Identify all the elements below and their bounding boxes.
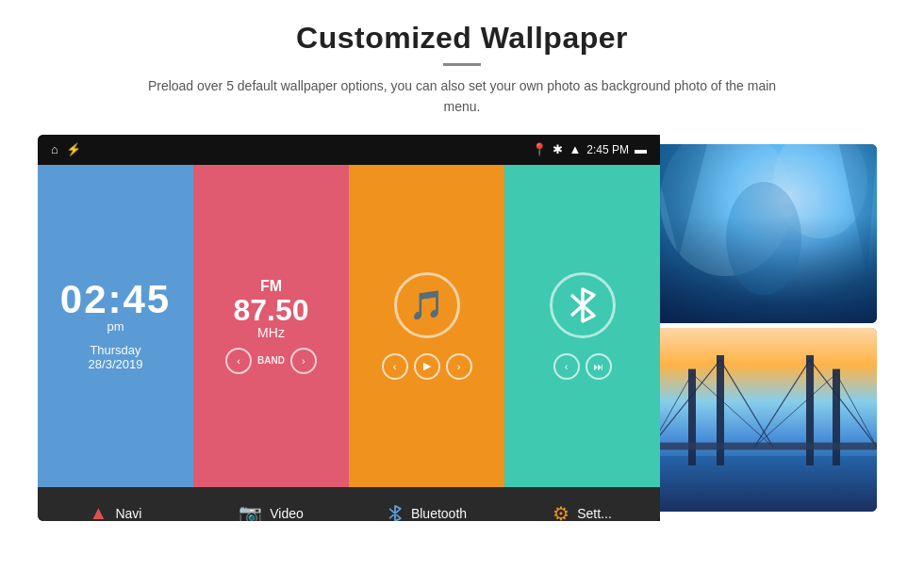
bluetooth-status-icon: ✱ (553, 142, 563, 156)
svg-line-16 (754, 374, 836, 448)
svg-line-14 (754, 360, 810, 448)
page-title: Customized Wallpaper (296, 21, 628, 56)
fm-prev-button[interactable]: ‹ (225, 348, 252, 374)
bridge-svg (651, 355, 877, 465)
nav-settings[interactable]: ⚙ Sett... (504, 487, 660, 521)
bluetooth-tile-icon (566, 284, 600, 327)
svg-line-15 (836, 374, 877, 448)
nav-video[interactable]: 📷 Video (193, 487, 349, 521)
bottom-nav: ▲ Navi 📷 Video Bluetooth ⚙ Sett... (38, 487, 660, 521)
wifi-icon: ▲ (569, 142, 581, 156)
music-icon-wrap: 🎵 (394, 272, 460, 338)
nav-navi[interactable]: ▲ Navi (38, 487, 193, 521)
music-prev-button[interactable]: ‹ (382, 353, 408, 380)
ice-cave-svg (651, 144, 877, 323)
video-icon: 📷 (239, 502, 262, 521)
status-left-icons: ⌂ ⚡ (51, 142, 81, 156)
svg-rect-17 (651, 443, 877, 450)
title-divider (443, 63, 481, 66)
bt-controls: ‹ ⏭ (553, 353, 612, 380)
status-bar: ⌂ ⚡ 📍 ✱ ▲ 2:45 PM ▬ (38, 135, 660, 165)
nav-bluetooth-icon (387, 503, 404, 521)
svg-point-2 (726, 182, 801, 295)
device-screen: ⌂ ⚡ 📍 ✱ ▲ 2:45 PM ▬ 02:45 pm Thursday 28… (38, 135, 660, 521)
nav-bluetooth[interactable]: Bluetooth (349, 487, 504, 521)
app-grid: 02:45 pm Thursday 28/3/2019 FM 87.50 MHz… (38, 165, 660, 487)
location-icon: 📍 (532, 142, 547, 156)
wallpaper-photo-bottom (651, 328, 877, 512)
clock-day: Thursday (90, 343, 140, 357)
nav-video-label: Video (270, 506, 304, 521)
battery-icon: ▬ (635, 142, 647, 156)
usb-icon: ⚡ (66, 142, 81, 156)
svg-line-13 (810, 360, 877, 448)
fm-tile[interactable]: FM 87.50 MHz ‹ BAND › (193, 165, 349, 487)
nav-navi-label: Navi (115, 506, 141, 521)
svg-rect-6 (688, 369, 696, 465)
music-tile[interactable]: 🎵 ‹ ▶ › (349, 165, 504, 487)
bt-icon-wrap (550, 272, 616, 338)
nav-settings-label: Sett... (577, 506, 612, 521)
settings-icon: ⚙ (553, 502, 569, 521)
music-controls: ‹ ▶ › (382, 353, 472, 380)
bluetooth-tile[interactable]: ‹ ⏭ (504, 165, 660, 487)
fm-controls: ‹ BAND › (225, 348, 317, 374)
bt-prev-button[interactable]: ‹ (553, 353, 580, 380)
bt-playpause-button[interactable]: ⏭ (586, 353, 612, 380)
fm-frequency: 87.50 (233, 295, 308, 325)
fm-band-label[interactable]: BAND (257, 355, 285, 366)
navi-icon: ▲ (90, 502, 108, 521)
fm-next-button[interactable]: › (290, 348, 317, 374)
status-time: 2:45 PM (586, 143, 629, 156)
clock-tile[interactable]: 02:45 pm Thursday 28/3/2019 (38, 165, 193, 487)
music-note-icon: 🎵 (409, 288, 444, 321)
clock-period: pm (107, 319, 124, 334)
clock-date: 28/3/2019 (89, 357, 143, 371)
music-play-button[interactable]: ▶ (414, 353, 440, 380)
home-icon: ⌂ (51, 142, 58, 156)
fm-unit: MHz (257, 325, 285, 340)
wallpaper-photo-top (651, 144, 877, 323)
page-subtitle: Preload over 5 default wallpaper options… (141, 75, 783, 118)
svg-line-10 (720, 360, 773, 448)
clock-time: 02:45 (60, 280, 171, 319)
svg-rect-8 (833, 369, 840, 465)
music-next-button[interactable]: › (446, 353, 472, 380)
main-content: ⌂ ⚡ 📍 ✱ ▲ 2:45 PM ▬ 02:45 pm Thursday 28… (38, 135, 886, 521)
status-right-icons: 📍 ✱ ▲ 2:45 PM ▬ (532, 142, 647, 156)
nav-bluetooth-label: Bluetooth (411, 506, 467, 521)
svg-line-9 (651, 360, 720, 448)
